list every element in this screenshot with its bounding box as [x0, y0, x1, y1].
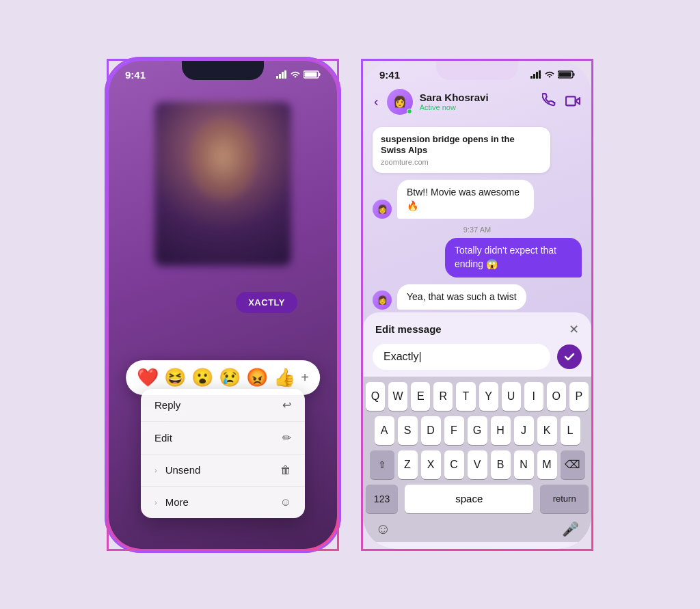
keyboard: Q W E R T Y U I O P A S D F G — [363, 377, 591, 542]
edit-send-button[interactable] — [557, 344, 582, 369]
keyboard-mic-icon[interactable]: 🎤 — [562, 521, 579, 537]
key-k[interactable]: K — [537, 416, 557, 445]
chat-header: ‹ 👩 Sara Khosravi Active now — [363, 83, 591, 122]
key-m[interactable]: M — [537, 450, 557, 479]
key-b[interactable]: B — [491, 450, 511, 479]
status-icons-right — [530, 70, 575, 79]
reply-icon: ↩ — [282, 398, 291, 411]
svg-rect-10 — [539, 70, 541, 79]
key-q[interactable]: Q — [366, 382, 385, 411]
svg-rect-15 — [566, 96, 576, 105]
keyboard-row-1: Q W E R T Y U I O P — [366, 382, 589, 411]
keyboard-icon-bar: ☺ 🎤 — [366, 516, 589, 539]
message-row-received-2: 👩 Yea, that was such a twist — [373, 284, 582, 310]
svg-rect-5 — [319, 73, 321, 76]
key-t[interactable]: T — [456, 382, 475, 411]
key-e[interactable]: E — [411, 382, 430, 411]
chevron-more: › — [154, 498, 157, 506]
key-r[interactable]: R — [433, 382, 453, 411]
time-right: 9:41 — [379, 69, 400, 81]
keyboard-emoji-icon[interactable]: ☺ — [375, 520, 390, 538]
trash-icon: 🗑 — [280, 464, 291, 476]
link-preview-bubble: suspension bridge opens in the Swiss Alp… — [373, 127, 550, 174]
contact-name: Sara Khosravi — [420, 92, 535, 103]
svg-rect-9 — [536, 72, 538, 79]
edit-input-row: Exactly| — [363, 344, 591, 377]
key-delete[interactable]: ⌫ — [561, 450, 585, 479]
key-o[interactable]: O — [547, 382, 566, 411]
key-n[interactable]: N — [514, 450, 534, 479]
key-z[interactable]: Z — [398, 450, 418, 479]
notch-left — [182, 61, 264, 80]
more-icon: ☺ — [280, 496, 291, 509]
chevron-unsend: › — [154, 466, 157, 474]
edit-input-text: Exactly| — [383, 351, 422, 362]
keyboard-row-2: A S D F G H J K L — [366, 416, 589, 445]
emoji-angry[interactable]: 😡 — [246, 367, 268, 388]
message-row-sent: Totally didn't expect that ending 😱 — [373, 238, 582, 277]
key-return[interactable]: return — [540, 485, 589, 513]
menu-item-reply[interactable]: Reply ↩ — [141, 389, 305, 422]
edit-message-panel: Edit message ✕ Exactly| Q W — [363, 312, 591, 549]
time-left: 9:41 — [125, 69, 146, 81]
key-p[interactable]: P — [569, 382, 589, 411]
key-l[interactable]: L — [561, 416, 580, 445]
menu-item-more[interactable]: › More ☺ — [141, 487, 305, 518]
svg-rect-1 — [279, 74, 281, 79]
video-icon[interactable] — [565, 93, 580, 110]
svg-rect-8 — [533, 74, 535, 79]
emoji-thumbsup[interactable]: 👍 — [273, 367, 295, 388]
key-x[interactable]: X — [421, 450, 441, 479]
signal-icon-right — [530, 70, 541, 79]
checkmark-icon — [564, 351, 575, 362]
key-f[interactable]: F — [444, 416, 464, 445]
signal-icon-left — [276, 70, 287, 79]
emoji-heart[interactable]: ❤️ — [137, 367, 159, 388]
key-shift[interactable]: ⇧ — [370, 450, 394, 479]
message-text-sent: Totally didn't expect that ending 😱 — [455, 245, 556, 269]
emoji-laugh[interactable]: 😆 — [164, 367, 186, 388]
menu-item-edit[interactable]: Edit ✏ — [141, 422, 305, 455]
menu-more-label: More — [165, 496, 189, 508]
menu-reply-label: Reply — [154, 399, 180, 411]
emoji-wow[interactable]: 😮 — [191, 367, 213, 388]
notch-right — [436, 61, 518, 80]
key-v[interactable]: V — [468, 450, 487, 479]
key-u[interactable]: U — [502, 382, 521, 411]
key-w[interactable]: W — [388, 382, 407, 411]
wifi-icon-right — [544, 70, 555, 79]
online-indicator — [407, 109, 412, 114]
svg-rect-3 — [284, 70, 286, 79]
key-numbers[interactable]: 123 — [366, 485, 398, 513]
blurred-image — [154, 102, 291, 266]
key-i[interactable]: I — [524, 382, 543, 411]
sender-avatar-1: 👩 — [373, 200, 392, 219]
key-c[interactable]: C — [444, 450, 464, 479]
key-y[interactable]: Y — [479, 382, 498, 411]
key-j[interactable]: J — [514, 416, 534, 445]
phone-icon[interactable] — [542, 93, 556, 110]
key-h[interactable]: H — [491, 416, 511, 445]
contact-info: Sara Khosravi Active now — [420, 92, 535, 111]
back-button[interactable]: ‹ — [374, 94, 379, 109]
edit-text-input[interactable]: Exactly| — [373, 344, 550, 370]
key-d[interactable]: D — [421, 416, 441, 445]
edit-title: Edit message — [375, 323, 442, 335]
menu-item-unsend[interactable]: › Unsend 🗑 — [141, 455, 305, 487]
emoji-plus[interactable]: + — [301, 370, 309, 385]
bubble-received-2: Yea, that was such a twist — [397, 284, 526, 310]
key-a[interactable]: A — [375, 416, 394, 445]
svg-rect-6 — [305, 72, 317, 77]
context-menu: Reply ↩ Edit ✏ › Unsend 🗑 › More ☺ — [141, 389, 305, 518]
svg-rect-2 — [282, 72, 284, 79]
edit-close-button[interactable]: ✕ — [569, 322, 579, 337]
key-space[interactable]: space — [405, 485, 533, 513]
link-title: suspension bridge opens in the Swiss Alp… — [381, 134, 542, 157]
key-s[interactable]: S — [398, 416, 418, 445]
svg-rect-0 — [276, 76, 278, 79]
contact-status: Active now — [420, 103, 535, 111]
contact-avatar: 👩 — [387, 89, 413, 115]
key-g[interactable]: G — [468, 416, 487, 445]
header-actions — [542, 93, 580, 110]
emoji-cry[interactable]: 😢 — [219, 367, 241, 388]
